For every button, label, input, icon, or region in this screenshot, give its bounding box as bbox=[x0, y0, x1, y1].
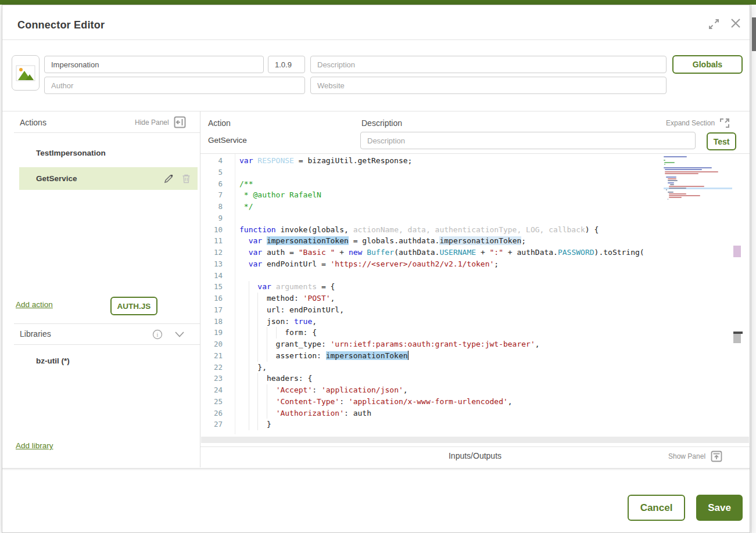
line-numbers: 4567891011121314151617181920212223242526… bbox=[200, 155, 231, 430]
chevron-down-icon bbox=[174, 331, 185, 338]
connector-website-input[interactable] bbox=[310, 77, 667, 94]
overview-cursor-marker bbox=[733, 246, 741, 257]
line-number: 13 bbox=[200, 258, 231, 270]
libraries-panel-title: Libraries bbox=[20, 329, 51, 338]
page-scrollbar-thumb[interactable] bbox=[752, 17, 756, 51]
delete-action-button[interactable] bbox=[182, 174, 191, 183]
line-number: 7 bbox=[200, 189, 231, 201]
connector-author-input[interactable] bbox=[44, 77, 305, 94]
code-line[interactable]: } bbox=[239, 419, 664, 430]
code-line[interactable]: grant_type: 'urn:ietf:params:oauth:grant… bbox=[239, 338, 664, 350]
action-name: GetService bbox=[208, 136, 247, 145]
scrollbar-thumb[interactable] bbox=[733, 334, 741, 343]
edit-action-button[interactable] bbox=[164, 174, 174, 183]
line-number: 6 bbox=[200, 178, 231, 190]
code-line[interactable]: var endPointUrl = 'https://<server>/oaut… bbox=[239, 258, 664, 270]
code-lines[interactable]: var RESPONSE = bizagiUtil.getResponse;/*… bbox=[239, 155, 664, 430]
info-icon: i bbox=[152, 329, 163, 340]
code-line[interactable]: /** bbox=[239, 178, 664, 190]
connector-icon-button[interactable] bbox=[12, 55, 40, 91]
line-number: 25 bbox=[200, 396, 231, 408]
minimap-content bbox=[664, 156, 732, 201]
connector-name-input[interactable] bbox=[44, 56, 264, 73]
code-line[interactable] bbox=[239, 167, 664, 178]
actions-panel-title: Actions bbox=[20, 118, 46, 127]
library-list-item[interactable]: bz-util (*) bbox=[19, 352, 198, 369]
connector-description-input[interactable] bbox=[310, 56, 667, 73]
libraries-info-button[interactable]: i bbox=[152, 329, 163, 340]
maximize-dialog-button[interactable] bbox=[708, 18, 720, 30]
code-line[interactable]: headers: { bbox=[239, 373, 664, 384]
code-line[interactable]: json: true, bbox=[239, 316, 664, 327]
action-description-input[interactable] bbox=[360, 132, 696, 149]
code-line[interactable] bbox=[239, 270, 664, 282]
action-list-item-selected[interactable]: GetService bbox=[19, 167, 198, 190]
code-line[interactable]: var impersonationToken = globals.authdat… bbox=[239, 235, 664, 247]
page-scrollbar[interactable] bbox=[751, 5, 756, 533]
code-line[interactable]: }, bbox=[239, 362, 664, 373]
line-number: 10 bbox=[200, 224, 231, 236]
expand-section-button[interactable]: Expand Section bbox=[666, 118, 730, 128]
close-dialog-button[interactable] bbox=[729, 17, 742, 30]
hide-panel-button[interactable]: Hide Panel bbox=[135, 116, 186, 128]
libraries-collapse-button[interactable] bbox=[174, 331, 185, 338]
hide-panel-label: Hide Panel bbox=[135, 118, 169, 127]
line-number: 12 bbox=[200, 247, 231, 258]
add-action-link[interactable]: Add action bbox=[16, 300, 53, 309]
line-number: 11 bbox=[200, 235, 231, 247]
code-line[interactable] bbox=[239, 213, 664, 224]
trash-icon bbox=[182, 174, 191, 183]
line-number: 15 bbox=[200, 281, 231, 293]
dialog-title: Connector Editor bbox=[17, 19, 105, 31]
actions-header-divider bbox=[14, 132, 200, 133]
libraries-top-divider bbox=[14, 323, 200, 324]
test-action-button[interactable]: Test bbox=[707, 132, 736, 150]
collapse-panel-icon bbox=[174, 116, 186, 128]
gutter-border bbox=[235, 154, 235, 434]
show-panel-button[interactable]: Show Panel bbox=[668, 451, 722, 462]
line-number: 21 bbox=[200, 350, 231, 362]
auth-js-button[interactable]: AUTH.JS bbox=[110, 297, 157, 315]
code-line[interactable]: */ bbox=[239, 201, 664, 213]
svg-text:i: i bbox=[157, 332, 159, 338]
action-description-label: Description bbox=[361, 118, 402, 128]
code-line[interactable]: url: endPointUrl, bbox=[239, 304, 664, 316]
editor-horizontal-scrollbar[interactable] bbox=[201, 437, 749, 443]
code-line[interactable]: 'Content-Type': 'application/x-www-form-… bbox=[239, 396, 664, 408]
pencil-icon bbox=[164, 174, 174, 183]
line-number: 14 bbox=[200, 270, 231, 282]
line-number: 17 bbox=[200, 304, 231, 316]
minimap[interactable] bbox=[664, 156, 732, 201]
code-line[interactable]: * @author RafaelN bbox=[239, 189, 664, 201]
code-line[interactable]: var RESPONSE = bizagiUtil.getResponse; bbox=[239, 155, 664, 167]
add-library-link[interactable]: Add library bbox=[16, 441, 53, 450]
code-line[interactable]: 'Accept': 'application/json', bbox=[239, 384, 664, 396]
editor-scrollbar[interactable] bbox=[733, 154, 743, 434]
code-line[interactable]: method: 'POST', bbox=[239, 293, 664, 304]
line-number: 27 bbox=[200, 419, 231, 430]
code-line[interactable]: 'Authorization': auth bbox=[239, 408, 664, 419]
connector-version-input[interactable] bbox=[268, 56, 305, 73]
expand-arrows-icon bbox=[708, 18, 720, 30]
globals-button[interactable]: Globals bbox=[672, 55, 743, 74]
libraries-header-divider bbox=[14, 344, 200, 345]
code-line[interactable]: function invoke(globals, actionName, dat… bbox=[239, 224, 664, 236]
line-number: 20 bbox=[200, 338, 231, 350]
code-line[interactable]: var auth = "Basic " + new Buffer(authDat… bbox=[239, 247, 664, 258]
code-line[interactable]: var arguments = { bbox=[239, 281, 664, 293]
code-line[interactable]: assertion: impersonationToken bbox=[239, 350, 664, 362]
line-number: 8 bbox=[200, 201, 231, 213]
code-line[interactable]: form: { bbox=[239, 327, 664, 338]
save-button[interactable]: Save bbox=[696, 495, 743, 521]
header-divider bbox=[2, 39, 750, 40]
text-cursor bbox=[408, 351, 409, 360]
line-number: 24 bbox=[200, 384, 231, 396]
action-list-item[interactable]: TestImpersonation bbox=[19, 143, 198, 163]
line-number: 22 bbox=[200, 362, 231, 373]
line-number: 9 bbox=[200, 213, 231, 224]
expand-section-icon bbox=[719, 118, 730, 128]
show-panel-label: Show Panel bbox=[668, 452, 705, 460]
cancel-button[interactable]: Cancel bbox=[628, 495, 685, 521]
form-divider bbox=[2, 111, 750, 111]
code-editor[interactable]: 4567891011121314151617181920212223242526… bbox=[200, 154, 750, 434]
